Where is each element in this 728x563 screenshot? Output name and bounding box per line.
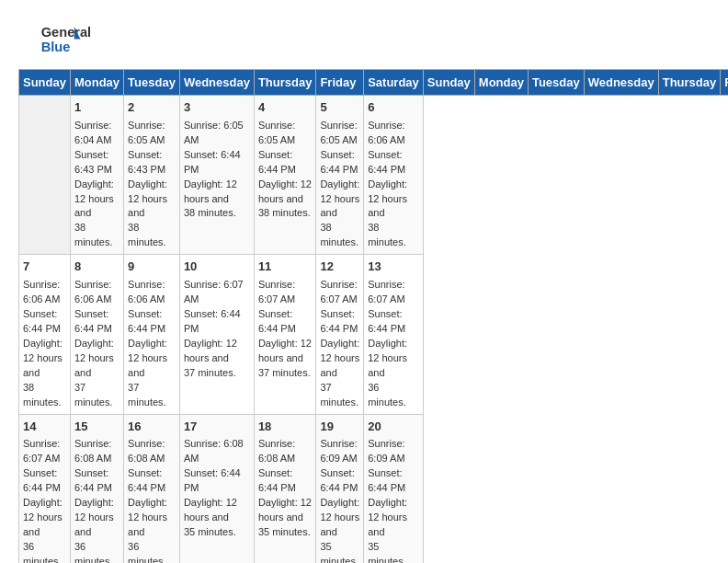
sunrise-text: Sunrise: 6:08 AM: [74, 438, 111, 464]
day-number: 2: [128, 99, 176, 117]
sunset-text: Sunset: 6:44 PM: [128, 308, 165, 334]
daylight-text: Daylight: 12 hours and: [258, 178, 312, 204]
daylight-text: Daylight: 12 hours and: [128, 178, 167, 219]
daylight-text: Daylight: 12 hours and: [128, 497, 167, 537]
day-number: 19: [320, 419, 359, 436]
calendar-cell: 4Sunrise: 6:05 AMSunset: 6:44 PMDaylight…: [254, 96, 316, 255]
sunset-text: Sunset: 6:44 PM: [74, 467, 112, 493]
daylight-text-cont: 38 minutes.: [368, 222, 406, 247]
svg-text:Blue: Blue: [41, 40, 71, 54]
day-number: 13: [368, 259, 419, 276]
svg-text:General: General: [41, 25, 91, 40]
calendar-cell: 3Sunrise: 6:05 AMSunset: 6:44 PMDaylight…: [179, 96, 254, 255]
sunrise-text: Sunrise: 6:07 AM: [23, 438, 60, 464]
sunrise-text: Sunrise: 6:08 AM: [258, 438, 295, 464]
daylight-text-cont: 38 minutes.: [74, 222, 113, 247]
calendar-week-row: 7Sunrise: 6:06 AMSunset: 6:44 PMDaylight…: [19, 255, 729, 414]
logo-icon: General Blue: [18, 18, 101, 60]
calendar-cell: 5Sunrise: 6:05 AMSunset: 6:44 PMDaylight…: [316, 96, 364, 255]
weekday-header-sunday: Sunday: [423, 70, 474, 96]
day-number: 12: [320, 259, 359, 276]
day-number: 5: [320, 99, 359, 117]
calendar-table: SundayMondayTuesdayWednesdayThursdayFrid…: [18, 69, 728, 563]
header-wednesday: Wednesday: [179, 70, 254, 96]
sunset-text: Sunset: 6:44 PM: [320, 308, 358, 334]
day-number: 7: [23, 259, 66, 276]
sunset-text: Sunset: 6:43 PM: [128, 149, 165, 175]
calendar-cell: 8Sunrise: 6:06 AMSunset: 6:44 PMDaylight…: [70, 255, 123, 414]
daylight-text: Daylight: 12 hours and: [368, 338, 407, 378]
daylight-text: Daylight: 12 hours and: [184, 497, 237, 523]
daylight-text-cont: 37 minutes.: [128, 382, 166, 408]
day-number: 20: [368, 419, 419, 436]
day-number: 11: [258, 259, 313, 276]
sunset-text: Sunset: 6:44 PM: [320, 149, 358, 175]
sunset-text: Sunset: 6:44 PM: [74, 308, 112, 334]
daylight-text-cont: 37 minutes.: [258, 367, 311, 378]
calendar-cell: [19, 96, 71, 255]
header: General Blue: [18, 18, 710, 60]
daylight-text: Daylight: 12 hours and: [258, 497, 312, 523]
header-thursday: Thursday: [254, 70, 316, 96]
sunrise-text: Sunrise: 6:05 AM: [128, 120, 165, 145]
sunset-text: Sunset: 6:44 PM: [320, 467, 358, 493]
sunset-text: Sunset: 6:44 PM: [23, 467, 61, 493]
day-number: 9: [128, 259, 176, 276]
daylight-text-cont: 35 minutes.: [368, 541, 406, 563]
daylight-text: Daylight: 12 hours and: [320, 497, 359, 537]
calendar-cell: 7Sunrise: 6:06 AMSunset: 6:44 PMDaylight…: [19, 255, 71, 414]
sunset-text: Sunset: 6:44 PM: [184, 149, 241, 175]
calendar-cell: 14Sunrise: 6:07 AMSunset: 6:44 PMDayligh…: [19, 414, 71, 563]
daylight-text-cont: 35 minutes.: [184, 526, 236, 537]
header-sunday: Sunday: [19, 70, 71, 96]
daylight-text-cont: 38 minutes.: [258, 207, 311, 218]
daylight-text-cont: 37 minutes.: [74, 382, 113, 408]
sunrise-text: Sunrise: 6:06 AM: [128, 279, 165, 304]
daylight-text-cont: 35 minutes.: [258, 526, 311, 537]
daylight-text: Daylight: 12 hours and: [74, 497, 114, 537]
daylight-text: Daylight: 12 hours and: [23, 338, 63, 378]
day-number: 16: [128, 419, 176, 436]
daylight-text-cont: 38 minutes.: [23, 382, 62, 408]
calendar-cell: 10Sunrise: 6:07 AMSunset: 6:44 PMDayligh…: [179, 255, 254, 414]
sunrise-text: Sunrise: 6:09 AM: [368, 438, 404, 464]
calendar-cell: 17Sunrise: 6:08 AMSunset: 6:44 PMDayligh…: [179, 414, 254, 563]
calendar-cell: 18Sunrise: 6:08 AMSunset: 6:44 PMDayligh…: [254, 414, 316, 563]
weekday-header-thursday: Thursday: [658, 70, 721, 96]
header-friday: Friday: [316, 70, 364, 96]
day-number: 17: [184, 419, 250, 436]
sunset-text: Sunset: 6:44 PM: [128, 467, 165, 493]
logo: General Blue: [18, 18, 101, 60]
daylight-text-cont: 35 minutes.: [320, 541, 358, 563]
sunrise-text: Sunrise: 6:07 AM: [258, 279, 295, 304]
daylight-text: Daylight: 12 hours and: [128, 338, 167, 378]
daylight-text: Daylight: 12 hours and: [368, 497, 407, 537]
sunrise-text: Sunrise: 6:09 AM: [320, 438, 357, 464]
sunset-text: Sunset: 6:44 PM: [184, 308, 241, 334]
weekday-header-friday: Friday: [721, 70, 728, 96]
daylight-text: Daylight: 12 hours and: [184, 338, 237, 363]
sunrise-text: Sunrise: 6:08 AM: [184, 438, 244, 464]
daylight-text-cont: 38 minutes.: [184, 207, 236, 218]
calendar-cell: 19Sunrise: 6:09 AMSunset: 6:44 PMDayligh…: [316, 414, 364, 563]
daylight-text: Daylight: 12 hours and: [368, 178, 407, 219]
calendar-cell: 15Sunrise: 6:08 AMSunset: 6:44 PMDayligh…: [70, 414, 123, 563]
day-number: 4: [258, 99, 313, 117]
daylight-text-cont: 38 minutes.: [320, 222, 358, 247]
day-number: 10: [184, 259, 250, 276]
calendar-cell: 1Sunrise: 6:04 AMSunset: 6:43 PMDaylight…: [70, 96, 123, 255]
day-number: 3: [184, 99, 250, 117]
daylight-text: Daylight: 12 hours and: [74, 338, 114, 378]
sunset-text: Sunset: 6:44 PM: [258, 149, 296, 175]
sunset-text: Sunset: 6:44 PM: [368, 149, 405, 175]
calendar-cell: 12Sunrise: 6:07 AMSunset: 6:44 PMDayligh…: [316, 255, 364, 414]
weekday-header-wednesday: Wednesday: [584, 70, 658, 96]
sunrise-text: Sunrise: 6:07 AM: [320, 279, 357, 304]
weekday-header-tuesday: Tuesday: [528, 70, 584, 96]
sunset-text: Sunset: 6:44 PM: [368, 308, 405, 334]
sunset-text: Sunset: 6:44 PM: [258, 308, 296, 334]
daylight-text-cont: 36 minutes.: [128, 541, 166, 563]
daylight-text-cont: 37 minutes.: [320, 382, 358, 408]
daylight-text-cont: 38 minutes.: [128, 222, 166, 247]
calendar-week-row: 14Sunrise: 6:07 AMSunset: 6:44 PMDayligh…: [19, 414, 729, 563]
